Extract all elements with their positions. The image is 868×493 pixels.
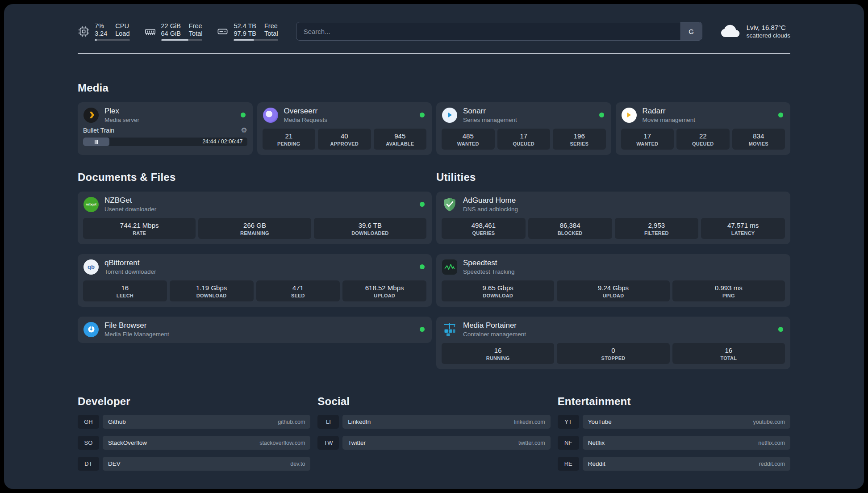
- resource-label: Free: [264, 22, 278, 30]
- service-text: Radarr Movie management: [643, 107, 696, 123]
- stat-wanted: 17 WANTED: [621, 129, 674, 150]
- resource-value: 64 GiB: [161, 30, 181, 38]
- bookmark-github[interactable]: GH Github github.com: [78, 415, 310, 429]
- search-input[interactable]: [296, 22, 680, 40]
- service-card-radarr[interactable]: Radarr Movie management 17 WANTED 22 QUE…: [616, 102, 791, 155]
- stat-available: 945 AVAILABLE: [374, 129, 427, 150]
- resource-body: 7% 3.24 CPU Load: [95, 22, 130, 41]
- stat-value: 834: [734, 132, 784, 140]
- section-title: Utilities: [436, 171, 790, 184]
- stat-label: LATENCY: [703, 230, 783, 236]
- status-dot: [599, 113, 604, 117]
- bookmark-url: stackoverflow.com: [259, 440, 305, 446]
- service-description: Container management: [463, 331, 526, 338]
- bookmark-bar: Reddit reddit.com: [583, 457, 790, 471]
- stat-label: DOWNLOADED: [316, 230, 425, 236]
- bookmark-dev[interactable]: DT DEV dev.to: [78, 457, 310, 471]
- stat-rate: 744.21 Mbps RATE: [83, 218, 196, 239]
- service-description: Media File Management: [104, 331, 169, 338]
- service-name: NZBGet: [104, 196, 156, 205]
- stat-value: 744.21 Mbps: [85, 221, 194, 229]
- bookmark-bar: LinkedIn linkedin.com: [342, 415, 550, 429]
- bookmarks: Developer GH Github github.com SO StackO…: [78, 395, 790, 471]
- stat-value: 266 GB: [200, 221, 309, 229]
- bookmark-stackoverflow[interactable]: SO StackOverflow stackoverflow.com: [78, 436, 310, 450]
- bookmark-url: dev.to: [290, 461, 305, 467]
- service-card-speedtest[interactable]: Speedtest Speedtest Tracking 9.65 Gbps D…: [436, 254, 790, 307]
- bookmark-youtube[interactable]: YT YouTube youtube.com: [558, 415, 790, 429]
- columns: Documents & Files nzbget NZBGet Usenet d…: [78, 171, 790, 369]
- bookmark-reddit[interactable]: RE Reddit reddit.com: [558, 457, 790, 471]
- stat-label: PENDING: [264, 141, 314, 146]
- resource-label: Total: [189, 30, 203, 38]
- playback-time: 24:44 / 02:06:47: [202, 138, 242, 146]
- stat-label: UPLOAD: [344, 293, 425, 298]
- stat-label: DOWNLOAD: [443, 293, 552, 298]
- service-card-qbittorrent[interactable]: qb qBittorrent Torrent downloader 16 LEE…: [78, 254, 432, 307]
- radarr-icon: [621, 107, 637, 123]
- resource-value: 97.9 TB: [234, 30, 256, 38]
- stat-value: 0: [559, 347, 668, 354]
- stat-queries: 498,461 QUERIES: [442, 218, 526, 239]
- stat-label: QUERIES: [443, 230, 524, 236]
- stat-value: 498,461: [443, 221, 524, 229]
- pause-icon[interactable]: [95, 140, 98, 144]
- status-dot: [420, 264, 425, 269]
- now-playing-title: Bullet Train: [83, 127, 114, 134]
- stat-label: TOTAL: [674, 355, 783, 361]
- weather-location: Lviv, 16.87°C: [747, 24, 790, 31]
- stat-value: 86,384: [530, 221, 610, 229]
- stat-value: 9.65 Gbps: [443, 284, 552, 292]
- bookmark-netflix[interactable]: NF Netflix netflix.com: [558, 436, 790, 450]
- stat-label: UPLOAD: [559, 293, 668, 298]
- section-utilities: Utilities AdGuard Home DNS and adblockin…: [436, 171, 790, 369]
- memory-icon: [144, 25, 156, 38]
- stat-value: 40: [320, 132, 369, 140]
- bookmark-abbr: YT: [558, 415, 579, 429]
- resource-usage-bar: [161, 39, 203, 41]
- resource-value: 22 GiB: [161, 22, 181, 30]
- bookmark-abbr: NF: [558, 436, 579, 450]
- bookmark-url: reddit.com: [759, 461, 785, 467]
- service-card-overseerr[interactable]: Overseerr Media Requests 21 PENDING 40 A…: [257, 102, 432, 155]
- stat-series: 196 SERIES: [553, 129, 606, 150]
- bookmark-name: Github: [108, 418, 126, 425]
- search-provider-button[interactable]: G: [680, 22, 702, 40]
- service-text: Sonarr Series management: [463, 107, 517, 123]
- service-name: Speedtest: [463, 259, 515, 267]
- gear-icon[interactable]: ⚙: [241, 127, 247, 134]
- service-card-plex[interactable]: Plex Media server Bullet Train ⚙ 24:44 /…: [78, 102, 253, 155]
- resource-value: 7%: [95, 22, 107, 30]
- stat-value: 945: [376, 132, 425, 140]
- bookmark-abbr: SO: [78, 436, 99, 450]
- portainer-icon: [442, 322, 458, 338]
- stat-value: 9.24 Gbps: [559, 284, 668, 292]
- stat-label: MOVIES: [734, 141, 784, 146]
- service-card-filebrowser[interactable]: File Browser Media File Management: [78, 317, 432, 343]
- adguard-icon: [442, 196, 458, 213]
- service-card-adguard[interactable]: AdGuard Home DNS and adblocking 498,461 …: [436, 192, 790, 244]
- screen: 7% 3.24 CPU Load 22 GiB 64 GiB: [0, 0, 868, 493]
- weather-widget[interactable]: Lviv, 16.87°C scattered clouds: [720, 23, 790, 39]
- bookmark-twitter[interactable]: TW Twitter twitter.com: [317, 436, 550, 450]
- service-card-portainer[interactable]: Media Portainer Container management 16 …: [436, 317, 790, 369]
- stat-label: PING: [674, 293, 783, 298]
- stat-value: 485: [443, 132, 493, 140]
- stat-latency: 47.571 ms LATENCY: [701, 218, 785, 239]
- service-text: Plex Media server: [104, 107, 139, 123]
- service-card-nzbget[interactable]: nzbget NZBGet Usenet downloader 744.21 M…: [78, 192, 432, 244]
- stat-total: 16 TOTAL: [672, 343, 785, 364]
- qbittorrent-icon: qb: [83, 259, 99, 275]
- stat-blocked: 86,384 BLOCKED: [528, 218, 612, 239]
- stat-value: 17: [623, 132, 672, 140]
- topbar-divider: [78, 53, 790, 54]
- bookmark-linkedin[interactable]: LI LinkedIn linkedin.com: [317, 415, 550, 429]
- search-bar[interactable]: G: [296, 22, 702, 41]
- stat-label: WANTED: [623, 141, 672, 146]
- stat-value: 2,953: [617, 221, 697, 229]
- service-card-sonarr[interactable]: Sonarr Series management 485 WANTED 17 Q…: [436, 102, 611, 155]
- bookmark-name: LinkedIn: [348, 418, 371, 425]
- playback-progress-bar[interactable]: 24:44 / 02:06:47: [83, 138, 247, 146]
- stat-label: QUEUED: [499, 141, 549, 146]
- bookmark-name: Reddit: [588, 460, 605, 467]
